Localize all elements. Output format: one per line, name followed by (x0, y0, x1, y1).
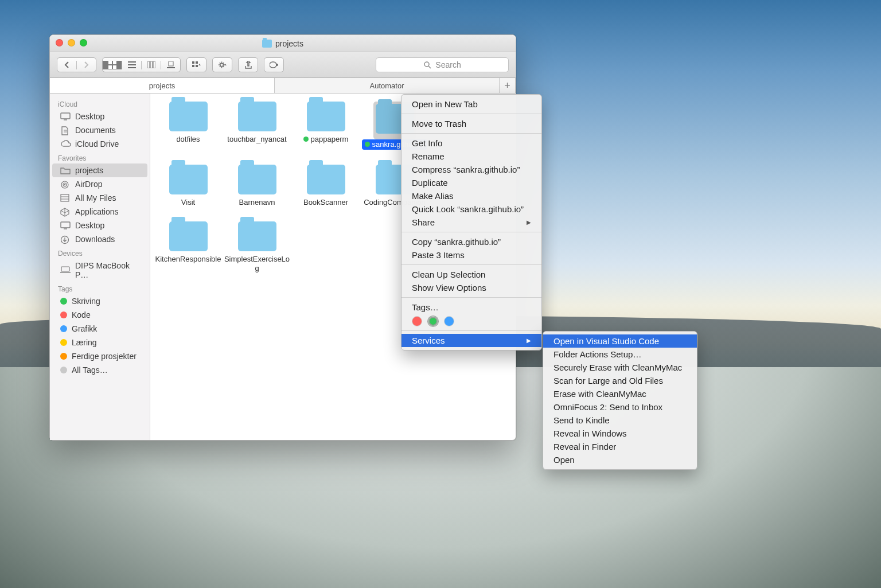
desktop-icon (60, 112, 71, 120)
submenu-item-open-in-visual-studio-code[interactable]: Open in Visual Studio Code (543, 334, 697, 348)
submenu-item-reveal-in-windows[interactable]: Reveal in Windows (543, 427, 697, 440)
menu-item-open-in-new-tab[interactable]: Open in New Tab (401, 98, 541, 111)
tag-color-option[interactable] (444, 316, 454, 326)
sidebar-item-l-ring[interactable]: Læring (52, 336, 147, 349)
menu-item-clean-up-selection[interactable]: Clean Up Selection (401, 268, 541, 281)
folder-pappaperm[interactable]: pappaperm (291, 102, 360, 150)
submenu-item-scan-for-large-and-old-files[interactable]: Scan for Large and Old Files (543, 374, 697, 387)
svg-point-16 (424, 62, 429, 67)
allfiles-icon (60, 194, 71, 202)
sidebar-item-desktop[interactable]: Desktop (52, 110, 147, 123)
sidebar-item-skriving[interactable]: Skriving (52, 294, 147, 308)
sidebar-item-applications[interactable]: Applications (52, 205, 147, 219)
menu-item-quick-look-sankra-github-io-[interactable]: Quick Look “sankra.github.io” (401, 203, 541, 216)
view-list-button[interactable] (122, 61, 141, 69)
sidebar-item-airdrop[interactable]: AirDrop (52, 177, 147, 191)
menu-item-make-alias[interactable]: Make Alias (401, 189, 541, 203)
menu-item-compress-sankra-github-io-[interactable]: Compress “sankra.github.io” (401, 163, 541, 176)
tag-dot-icon (60, 339, 67, 346)
sidebar-item-label: Documents (75, 126, 116, 135)
zoom-icon[interactable] (80, 39, 87, 46)
close-icon[interactable] (56, 39, 63, 46)
sidebar-section-header: Tags (50, 282, 150, 294)
search-input[interactable]: Search (376, 57, 509, 72)
sidebar-item-downloads[interactable]: Downloads (52, 232, 147, 246)
menu-item-paste-3-items[interactable]: Paste 3 Items (401, 248, 541, 262)
submenu-item-securely-erase-with-cleanmymac[interactable]: Securely Erase with CleanMyMac (543, 361, 697, 374)
sidebar-item-documents[interactable]: Documents (52, 123, 147, 137)
context-menu: Open in New TabMove to TrashGet InfoRena… (401, 94, 542, 351)
tab-projects[interactable]: projects (50, 78, 275, 93)
tag-dot-icon (365, 142, 370, 147)
arrange-dropdown[interactable] (186, 57, 206, 72)
view-icons-button[interactable] (103, 61, 122, 69)
view-gallery-button[interactable] (161, 61, 180, 69)
sidebar-item-desktop[interactable]: Desktop (52, 219, 147, 232)
sidebar-item-kode[interactable]: Kode (52, 308, 147, 322)
tag-color-option[interactable] (412, 316, 422, 326)
svg-rect-7 (169, 61, 173, 66)
sidebar-item-dips-macbook-p-[interactable]: DIPS MacBook P… (52, 259, 147, 282)
tag-color-row (401, 314, 541, 328)
action-dropdown[interactable] (212, 57, 232, 72)
menu-item-duplicate[interactable]: Duplicate (401, 176, 541, 189)
folder-kitchenresponsible[interactable]: KitchenResponsible (154, 221, 223, 272)
window-title-text: projects (275, 39, 303, 48)
sidebar-item-label: Downloads (75, 235, 115, 244)
folder-icon (307, 102, 345, 131)
menu-item-copy-sankra-github-io-[interactable]: Copy “sankra.github.io” (401, 235, 541, 248)
folder-simplestexerciselog[interactable]: SimplestExerciseLog (223, 221, 291, 272)
tag-dot-icon (60, 311, 67, 318)
submenu-item-erase-with-cleanmymac[interactable]: Erase with CleanMyMac (543, 387, 697, 400)
tab-strip: projects Automator + (50, 78, 516, 94)
airdrop-icon (60, 180, 71, 188)
menu-item-tags-[interactable]: Tags… (401, 301, 541, 314)
list-icon (127, 61, 136, 69)
svg-rect-11 (192, 65, 194, 67)
folder-bookscanner[interactable]: BookScanner (291, 165, 360, 207)
share-button[interactable] (238, 57, 258, 72)
submenu-item-open[interactable]: Open (543, 453, 697, 466)
menu-item-move-to-trash[interactable]: Move to Trash (401, 117, 541, 130)
chevron-left-icon (63, 61, 71, 69)
sidebar-item-label: iCloud Drive (75, 139, 119, 149)
tags-button[interactable] (264, 57, 284, 72)
view-columns-button[interactable] (141, 61, 161, 69)
sidebar-item-icloud-drive[interactable]: iCloud Drive (52, 137, 147, 151)
new-tab-button[interactable]: + (500, 78, 516, 93)
arrange-icon (192, 61, 201, 69)
folder-touchbar-nyancat[interactable]: touchbar_nyancat (223, 102, 291, 150)
tab-automator[interactable]: Automator (275, 78, 500, 93)
back-button[interactable] (57, 61, 76, 69)
forward-button[interactable] (76, 61, 96, 69)
cloud-icon (60, 140, 71, 148)
menu-item-share[interactable]: Share (401, 216, 541, 229)
submenu-item-send-to-kindle[interactable]: Send to Kindle (543, 414, 697, 427)
minimize-icon[interactable] (68, 39, 75, 46)
sidebar-item-label: Ferdige prosjekter (72, 352, 137, 361)
folder-icon (169, 102, 208, 131)
sidebar-item-grafikk[interactable]: Grafikk (52, 322, 147, 336)
menu-item-rename[interactable]: Rename (401, 150, 541, 163)
menu-item-services[interactable]: Services (401, 334, 541, 347)
submenu-item-folder-actions-setup-[interactable]: Folder Actions Setup… (543, 348, 697, 361)
titlebar[interactable]: projects (50, 35, 516, 52)
folder-label: KitchenResponsible (155, 255, 221, 264)
folder-visit[interactable]: Visit (154, 165, 223, 207)
submenu-item-omnifocus-2-send-to-inbox[interactable]: OmniFocus 2: Send to Inbox (543, 400, 697, 414)
sidebar-item-all-my-files[interactable]: All My Files (52, 191, 147, 205)
folder-dotfiles[interactable]: dotfiles (154, 102, 223, 150)
sidebar-item-all-tags-[interactable]: All Tags… (52, 363, 147, 377)
tag-dot-icon (303, 137, 309, 142)
menu-item-get-info[interactable]: Get Info (401, 137, 541, 150)
sidebar-item-label: All Tags… (72, 365, 108, 375)
chevron-right-icon (82, 61, 91, 69)
tag-color-option[interactable] (428, 316, 438, 326)
folder-barnenavn[interactable]: Barnenavn (223, 165, 291, 207)
sidebar-item-ferdige-prosjekter[interactable]: Ferdige prosjekter (52, 349, 147, 363)
tag-icon (270, 61, 278, 69)
menu-item-show-view-options[interactable]: Show View Options (401, 281, 541, 294)
tag-dot-icon (60, 325, 67, 332)
sidebar-item-projects[interactable]: projects (52, 163, 147, 177)
submenu-item-reveal-in-finder[interactable]: Reveal in Finder (543, 440, 697, 453)
